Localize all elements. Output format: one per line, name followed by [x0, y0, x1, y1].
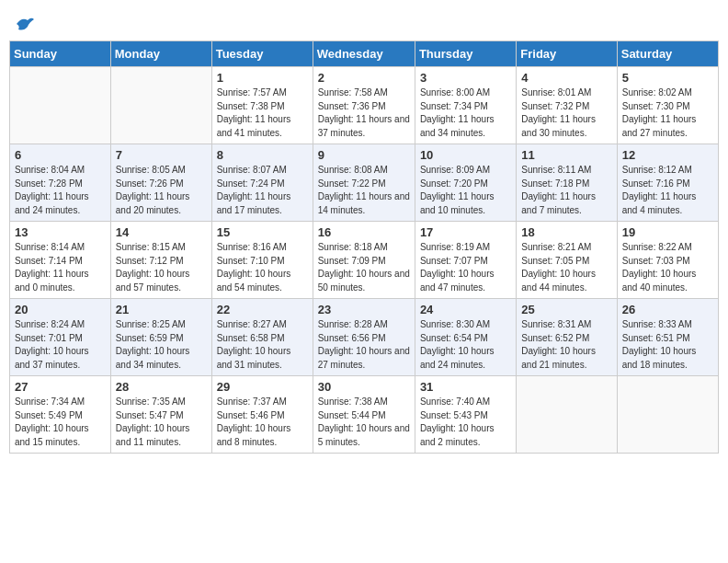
- calendar-cell: 4Sunrise: 8:01 AMSunset: 7:32 PMDaylight…: [517, 67, 617, 144]
- calendar-cell: 30Sunrise: 7:38 AMSunset: 5:44 PMDayligh…: [313, 376, 415, 454]
- weekday-wednesday: Wednesday: [313, 41, 415, 67]
- day-info: Sunrise: 8:00 AMSunset: 7:34 PMDaylight:…: [420, 86, 511, 140]
- weekday-friday: Friday: [517, 41, 617, 67]
- weekday-tuesday: Tuesday: [211, 41, 313, 67]
- calendar-cell: 16Sunrise: 8:18 AMSunset: 7:09 PMDayligh…: [313, 222, 415, 299]
- day-info: Sunrise: 7:58 AMSunset: 7:36 PMDaylight:…: [318, 86, 410, 140]
- day-info: Sunrise: 7:38 AMSunset: 5:44 PMDaylight:…: [318, 396, 410, 449]
- day-number: 30: [318, 380, 410, 394]
- weekday-thursday: Thursday: [415, 41, 516, 67]
- calendar-cell: 18Sunrise: 8:21 AMSunset: 7:05 PMDayligh…: [517, 222, 617, 299]
- day-info: Sunrise: 8:28 AMSunset: 6:56 PMDaylight:…: [318, 318, 410, 372]
- day-info: Sunrise: 8:04 AMSunset: 7:28 PMDaylight:…: [15, 164, 106, 217]
- calendar-cell: 22Sunrise: 8:27 AMSunset: 6:58 PMDayligh…: [211, 299, 313, 376]
- calendar-body: 1Sunrise: 7:57 AMSunset: 7:38 PMDaylight…: [10, 67, 719, 454]
- day-number: 18: [521, 225, 611, 239]
- calendar-cell: 29Sunrise: 7:37 AMSunset: 5:46 PMDayligh…: [211, 376, 313, 454]
- day-info: Sunrise: 8:14 AMSunset: 7:14 PMDaylight:…: [15, 241, 106, 294]
- day-number: 8: [217, 148, 308, 162]
- day-number: 21: [116, 303, 207, 316]
- day-info: Sunrise: 8:12 AMSunset: 7:16 PMDaylight:…: [622, 164, 713, 217]
- calendar-cell: 19Sunrise: 8:22 AMSunset: 7:03 PMDayligh…: [617, 222, 718, 299]
- day-info: Sunrise: 7:35 AMSunset: 5:47 PMDaylight:…: [116, 396, 207, 449]
- calendar-cell: 31Sunrise: 7:40 AMSunset: 5:43 PMDayligh…: [415, 376, 516, 454]
- day-info: Sunrise: 7:37 AMSunset: 5:46 PMDaylight:…: [217, 396, 308, 449]
- day-number: 11: [521, 148, 611, 162]
- day-number: 15: [217, 225, 308, 239]
- calendar-cell: 27Sunrise: 7:34 AMSunset: 5:49 PMDayligh…: [10, 376, 111, 454]
- day-number: 22: [217, 303, 308, 316]
- day-number: 24: [420, 303, 511, 316]
- day-number: 1: [217, 71, 308, 85]
- day-number: 10: [420, 148, 511, 162]
- day-number: 17: [420, 225, 511, 239]
- day-number: 23: [318, 303, 410, 316]
- calendar-cell: 17Sunrise: 8:19 AMSunset: 7:07 PMDayligh…: [415, 222, 516, 299]
- day-info: Sunrise: 8:11 AMSunset: 7:18 PMDaylight:…: [521, 164, 611, 217]
- day-number: 25: [521, 303, 611, 316]
- day-number: 28: [116, 380, 207, 394]
- day-info: Sunrise: 8:21 AMSunset: 7:05 PMDaylight:…: [521, 241, 611, 294]
- day-number: 13: [15, 225, 106, 239]
- calendar-cell: 12Sunrise: 8:12 AMSunset: 7:16 PMDayligh…: [617, 144, 718, 222]
- day-info: Sunrise: 8:02 AMSunset: 7:30 PMDaylight:…: [622, 86, 713, 140]
- calendar-cell: [10, 67, 111, 144]
- day-info: Sunrise: 7:57 AMSunset: 7:38 PMDaylight:…: [217, 86, 308, 140]
- weekday-header-row: SundayMondayTuesdayWednesdayThursdayFrid…: [10, 41, 719, 67]
- calendar-week-2: 6Sunrise: 8:04 AMSunset: 7:28 PMDaylight…: [10, 144, 719, 222]
- calendar-table: SundayMondayTuesdayWednesdayThursdayFrid…: [9, 40, 719, 454]
- logo-bird-icon: [15, 15, 35, 33]
- calendar-cell: 1Sunrise: 7:57 AMSunset: 7:38 PMDaylight…: [211, 67, 313, 144]
- day-info: Sunrise: 8:07 AMSunset: 7:24 PMDaylight:…: [217, 164, 308, 217]
- calendar-cell: [110, 67, 211, 144]
- calendar-cell: 26Sunrise: 8:33 AMSunset: 6:51 PMDayligh…: [617, 299, 718, 376]
- weekday-saturday: Saturday: [617, 41, 718, 67]
- weekday-sunday: Sunday: [10, 41, 111, 67]
- page-header: [9, 9, 719, 33]
- day-info: Sunrise: 8:30 AMSunset: 6:54 PMDaylight:…: [420, 318, 511, 372]
- day-info: Sunrise: 8:24 AMSunset: 7:01 PMDaylight:…: [15, 318, 106, 372]
- day-info: Sunrise: 8:09 AMSunset: 7:20 PMDaylight:…: [420, 164, 511, 217]
- calendar-cell: 9Sunrise: 8:08 AMSunset: 7:22 PMDaylight…: [313, 144, 415, 222]
- day-number: 27: [15, 380, 106, 394]
- calendar-cell: 3Sunrise: 8:00 AMSunset: 7:34 PMDaylight…: [415, 67, 516, 144]
- day-info: Sunrise: 8:18 AMSunset: 7:09 PMDaylight:…: [318, 241, 410, 294]
- calendar-week-1: 1Sunrise: 7:57 AMSunset: 7:38 PMDaylight…: [10, 67, 719, 144]
- day-info: Sunrise: 8:15 AMSunset: 7:12 PMDaylight:…: [116, 241, 207, 294]
- calendar-week-3: 13Sunrise: 8:14 AMSunset: 7:14 PMDayligh…: [10, 222, 719, 299]
- calendar-cell: 2Sunrise: 7:58 AMSunset: 7:36 PMDaylight…: [313, 67, 415, 144]
- day-info: Sunrise: 8:08 AMSunset: 7:22 PMDaylight:…: [318, 164, 410, 217]
- calendar-cell: [617, 376, 718, 454]
- day-info: Sunrise: 8:31 AMSunset: 6:52 PMDaylight:…: [521, 318, 611, 372]
- day-info: Sunrise: 7:40 AMSunset: 5:43 PMDaylight:…: [420, 396, 511, 449]
- calendar-cell: 15Sunrise: 8:16 AMSunset: 7:10 PMDayligh…: [211, 222, 313, 299]
- calendar-cell: 13Sunrise: 8:14 AMSunset: 7:14 PMDayligh…: [10, 222, 111, 299]
- calendar-week-5: 27Sunrise: 7:34 AMSunset: 5:49 PMDayligh…: [10, 376, 719, 454]
- calendar-cell: 7Sunrise: 8:05 AMSunset: 7:26 PMDaylight…: [110, 144, 211, 222]
- calendar-cell: 14Sunrise: 8:15 AMSunset: 7:12 PMDayligh…: [110, 222, 211, 299]
- day-number: 6: [15, 148, 106, 162]
- day-info: Sunrise: 8:05 AMSunset: 7:26 PMDaylight:…: [116, 164, 207, 217]
- day-info: Sunrise: 7:34 AMSunset: 5:49 PMDaylight:…: [15, 396, 106, 449]
- calendar-cell: 24Sunrise: 8:30 AMSunset: 6:54 PMDayligh…: [415, 299, 516, 376]
- calendar-cell: 5Sunrise: 8:02 AMSunset: 7:30 PMDaylight…: [617, 67, 718, 144]
- calendar-cell: [517, 376, 617, 454]
- calendar-cell: 28Sunrise: 7:35 AMSunset: 5:47 PMDayligh…: [110, 376, 211, 454]
- day-number: 20: [15, 303, 106, 316]
- day-number: 3: [420, 71, 511, 85]
- day-info: Sunrise: 8:19 AMSunset: 7:07 PMDaylight:…: [420, 241, 511, 294]
- day-number: 9: [318, 148, 410, 162]
- calendar-cell: 11Sunrise: 8:11 AMSunset: 7:18 PMDayligh…: [517, 144, 617, 222]
- day-info: Sunrise: 8:27 AMSunset: 6:58 PMDaylight:…: [217, 318, 308, 372]
- day-number: 31: [420, 380, 511, 394]
- day-info: Sunrise: 8:01 AMSunset: 7:32 PMDaylight:…: [521, 86, 611, 140]
- day-number: 5: [622, 71, 713, 85]
- calendar-cell: 20Sunrise: 8:24 AMSunset: 7:01 PMDayligh…: [10, 299, 111, 376]
- day-info: Sunrise: 8:16 AMSunset: 7:10 PMDaylight:…: [217, 241, 308, 294]
- calendar-cell: 23Sunrise: 8:28 AMSunset: 6:56 PMDayligh…: [313, 299, 415, 376]
- calendar-cell: 6Sunrise: 8:04 AMSunset: 7:28 PMDaylight…: [10, 144, 111, 222]
- day-number: 2: [318, 71, 410, 85]
- day-info: Sunrise: 8:22 AMSunset: 7:03 PMDaylight:…: [622, 241, 713, 294]
- day-info: Sunrise: 8:25 AMSunset: 6:59 PMDaylight:…: [116, 318, 207, 372]
- day-info: Sunrise: 8:33 AMSunset: 6:51 PMDaylight:…: [622, 318, 713, 372]
